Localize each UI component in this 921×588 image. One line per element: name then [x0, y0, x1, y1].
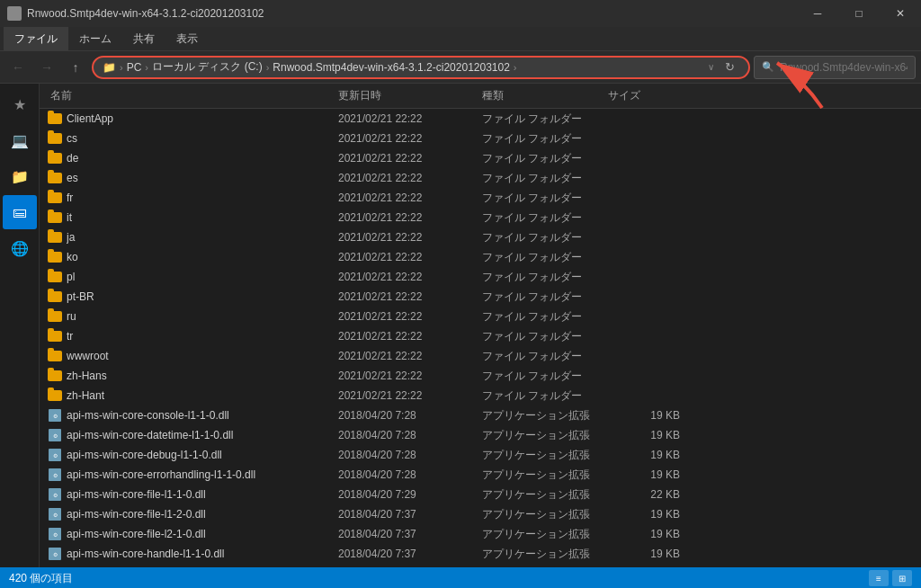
table-row[interactable]: cs2021/02/21 22:22ファイル フォルダー [40, 129, 921, 148]
breadcrumb: 📁 › PC › ローカル ディスク (C:) › Rnwood.Smtp4de… [103, 59, 699, 75]
search-input[interactable] [780, 61, 908, 74]
breadcrumb-drive[interactable]: ローカル ディスク (C:) [152, 59, 263, 75]
table-row[interactable]: ja2021/02/21 22:22ファイル フォルダー [40, 227, 921, 247]
main-area: ★ 💻 📁 🖴 🌐 名前 更新日時 種類 サイズ ClientApp2021/0… [0, 84, 921, 567]
table-row[interactable]: zh-Hans2021/02/21 22:22ファイル フォルダー [40, 366, 921, 386]
up-button[interactable]: ↑ [63, 56, 88, 79]
file-date: 2018/04/20 7:29 [338, 488, 482, 501]
search-box[interactable]: 🔍 [754, 56, 916, 79]
file-date: 2021/02/21 22:22 [338, 350, 482, 362]
view-list-button[interactable]: ≡ [869, 570, 889, 586]
table-row[interactable]: ⚙api-ms-win-core-datetime-l1-1-0.dll2018… [40, 425, 921, 445]
file-type: ファイル フォルダー [482, 270, 608, 285]
table-row[interactable]: ⚙api-ms-win-core-file-l1-2-0.dll2018/04/… [40, 504, 921, 524]
close-button[interactable]: ✕ [880, 0, 921, 27]
view-detail-button[interactable]: ⊞ [892, 570, 912, 586]
sidebar-item-drive[interactable]: 🖴 [3, 195, 37, 229]
file-date: 2021/02/21 22:22 [338, 152, 482, 165]
file-name: api-ms-win-core-handle-l1-1-0.dll [67, 548, 338, 560]
forward-button[interactable]: → [34, 56, 59, 79]
file-type: ファイル フォルダー [482, 230, 608, 245]
tab-share[interactable]: 共有 [122, 27, 165, 50]
file-name: api-ms-win-core-file-l2-1-0.dll [67, 528, 338, 540]
file-type: ファイル フォルダー [482, 290, 608, 305]
col-header-name[interactable]: 名前 [47, 88, 335, 103]
sidebar-item-network[interactable]: 🌐 [3, 231, 37, 265]
file-date: 2018/04/20 7:28 [338, 429, 482, 441]
table-row[interactable]: pl2021/02/21 22:22ファイル フォルダー [40, 267, 921, 287]
folder-icon [47, 369, 63, 383]
column-headers: 名前 更新日時 種類 サイズ [40, 84, 921, 109]
file-name: zh-Hant [67, 389, 338, 402]
breadcrumb-folder[interactable]: Rnwood.Smtp4dev-win-x64-3.1.2-ci20201203… [273, 61, 510, 74]
sidebar-item-pc[interactable]: 💻 [3, 123, 37, 157]
table-row[interactable]: ⚙api-ms-win-core-heap-l1-1-0.dll2018/04/… [40, 564, 921, 567]
file-type: ファイル フォルダー [482, 388, 608, 404]
table-row[interactable]: tr2021/02/21 22:22ファイル フォルダー [40, 326, 921, 346]
window-title: Rnwood.Smtp4dev-win-x64-3.1.2-ci20201203… [27, 7, 264, 20]
dll-icon: ⚙ [47, 408, 63, 423]
table-row[interactable]: ⚙api-ms-win-core-file-l1-1-0.dll2018/04/… [40, 485, 921, 504]
file-list: ClientApp2021/02/21 22:22ファイル フォルダーcs202… [40, 109, 921, 567]
table-row[interactable]: ClientApp2021/02/21 22:22ファイル フォルダー [40, 109, 921, 129]
col-header-type[interactable]: 種類 [478, 88, 604, 103]
folder-icon [47, 191, 63, 205]
table-row[interactable]: ru2021/02/21 22:22ファイル フォルダー [40, 307, 921, 326]
file-type: ファイル フォルダー [482, 171, 608, 186]
tab-file[interactable]: ファイル [4, 27, 68, 50]
minimize-button[interactable]: ─ [797, 0, 838, 27]
file-size: 19 KB [608, 449, 680, 461]
table-row[interactable]: fr2021/02/21 22:22ファイル フォルダー [40, 188, 921, 208]
table-row[interactable]: it2021/02/21 22:22ファイル フォルダー [40, 208, 921, 227]
folder-icon [47, 111, 63, 126]
app-icon [7, 6, 22, 21]
file-date: 2021/02/21 22:22 [338, 211, 482, 224]
folder-icon [47, 270, 63, 284]
refresh-button[interactable]: ↻ [720, 58, 739, 77]
table-row[interactable]: zh-Hant2021/02/21 22:22ファイル フォルダー [40, 386, 921, 405]
table-row[interactable]: ⚙api-ms-win-core-debug-l1-1-0.dll2018/04… [40, 445, 921, 465]
table-row[interactable]: wwwroot2021/02/21 22:22ファイル フォルダー [40, 346, 921, 366]
table-row[interactable]: ⚙api-ms-win-core-file-l2-1-0.dll2018/04/… [40, 524, 921, 544]
folder-icon [47, 329, 63, 343]
tab-home[interactable]: ホーム [68, 27, 122, 50]
ribbon: ファイル ホーム 共有 表示 [0, 27, 921, 51]
col-header-size[interactable]: サイズ [604, 88, 676, 103]
sidebar-item-folder[interactable]: 📁 [3, 159, 37, 193]
breadcrumb-pc[interactable]: PC [127, 61, 142, 74]
chevron-down-icon[interactable]: ∨ [708, 62, 714, 72]
table-row[interactable]: ko2021/02/21 22:22ファイル フォルダー [40, 247, 921, 267]
back-button[interactable]: ← [5, 56, 31, 79]
table-row[interactable]: pt-BR2021/02/21 22:22ファイル フォルダー [40, 287, 921, 307]
file-date: 2018/04/20 7:28 [338, 409, 482, 422]
file-type: ファイル フォルダー [482, 131, 608, 147]
table-row[interactable]: ⚙api-ms-win-core-console-l1-1-0.dll2018/… [40, 405, 921, 425]
table-row[interactable]: ⚙api-ms-win-core-handle-l1-1-0.dll2018/0… [40, 544, 921, 564]
table-row[interactable]: ⚙api-ms-win-core-errorhandling-l1-1-0.dl… [40, 465, 921, 485]
file-type: ファイル フォルダー [482, 191, 608, 206]
file-name: pl [67, 271, 338, 283]
statusbar-view-controls: ≡ ⊞ [869, 570, 912, 586]
folder-icon [47, 388, 63, 403]
file-date: 2021/02/21 22:22 [338, 172, 482, 184]
file-name: de [67, 152, 338, 165]
file-date: 2021/02/21 22:22 [338, 132, 482, 145]
col-header-date[interactable]: 更新日時 [335, 88, 478, 103]
breadcrumb-folder-icon: 📁 [103, 61, 116, 74]
address-box[interactable]: 📁 › PC › ローカル ディスク (C:) › Rnwood.Smtp4de… [92, 56, 750, 79]
ribbon-tabs: ファイル ホーム 共有 表示 [0, 27, 921, 50]
file-date: 2021/02/21 22:22 [338, 370, 482, 382]
file-date: 2021/02/21 22:22 [338, 251, 482, 263]
file-type: ファイル フォルダー [482, 210, 608, 226]
address-bar: ← → ↑ 📁 › PC › ローカル ディスク (C:) › Rnwood.S… [0, 51, 921, 84]
file-type: ファイル フォルダー [482, 250, 608, 265]
sidebar-item-star[interactable]: ★ [3, 87, 37, 121]
file-area: 名前 更新日時 種類 サイズ ClientApp2021/02/21 22:22… [40, 84, 921, 567]
table-row[interactable]: es2021/02/21 22:22ファイル フォルダー [40, 168, 921, 188]
tab-view[interactable]: 表示 [165, 27, 209, 50]
maximize-button[interactable]: □ [838, 0, 880, 27]
file-size: 19 KB [608, 468, 680, 481]
file-name: wwwroot [67, 350, 338, 362]
table-row[interactable]: de2021/02/21 22:22ファイル フォルダー [40, 148, 921, 168]
file-date: 2018/04/20 7:28 [338, 449, 482, 461]
